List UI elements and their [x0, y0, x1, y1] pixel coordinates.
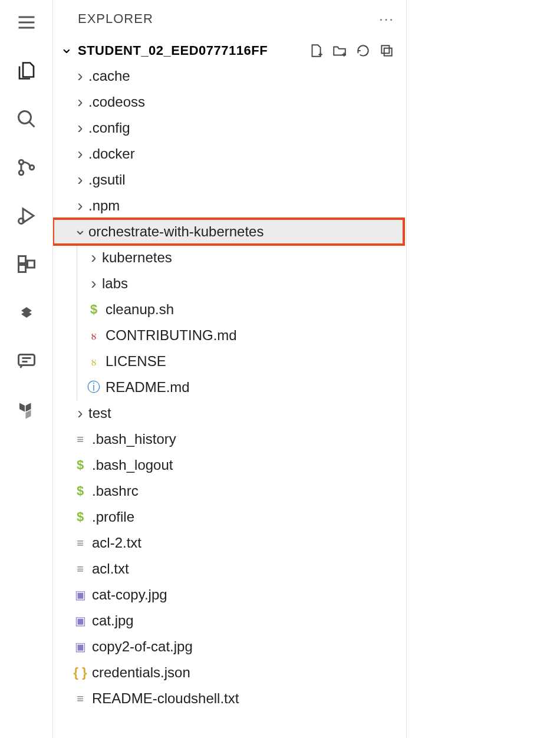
svg-point-3 [18, 111, 31, 124]
image-icon: ▣ [72, 588, 88, 602]
svg-rect-24 [384, 48, 392, 55]
item-label: README-cloudshell.txt [92, 690, 239, 707]
key-red-icon: ᴕ [85, 328, 102, 343]
chevron-right-icon [72, 170, 88, 189]
info-icon: ⓘ [85, 378, 102, 396]
chevron-down-icon [60, 41, 73, 60]
chevron-right-icon [72, 67, 88, 85]
svg-marker-16 [19, 403, 25, 412]
file-item[interactable]: ᴕLICENSE [77, 348, 406, 374]
refresh-icon[interactable] [355, 43, 371, 58]
svg-rect-12 [27, 261, 34, 268]
lines-icon: ≡ [72, 562, 88, 576]
lines-icon: ≡ [72, 433, 88, 446]
svg-line-4 [29, 122, 34, 127]
file-tree: .cache.codeoss.config.docker.gsutil.npmo… [53, 63, 406, 738]
item-label: acl.txt [92, 561, 129, 577]
terraform-icon[interactable] [15, 397, 38, 421]
folder-item[interactable]: kubernetes [77, 245, 406, 271]
item-label: README.md [106, 379, 190, 396]
workspace-root[interactable]: STUDENT_02_EED0777116FF [53, 38, 406, 63]
dollar-icon: $ [72, 457, 88, 473]
item-label: credentials.json [92, 664, 190, 681]
item-label: .cache [88, 68, 130, 84]
item-label: .bash_logout [92, 457, 173, 473]
chat-icon[interactable] [15, 349, 38, 373]
item-label: .docker [88, 146, 135, 162]
folder-item[interactable]: orchestrate-with-kubernetes [53, 219, 404, 245]
activity-bar [0, 0, 53, 738]
chevron-right-icon [72, 144, 88, 163]
source-control-icon[interactable] [15, 156, 38, 179]
item-label: cat-copy.jpg [92, 587, 167, 603]
image-icon: ▣ [72, 614, 88, 628]
file-item[interactable]: ⓘREADME.md [77, 374, 406, 400]
dollar-icon: $ [72, 509, 88, 525]
folder-item[interactable]: test [53, 400, 406, 426]
item-label: test [88, 405, 111, 421]
chevron-right-icon [72, 196, 88, 215]
run-debug-icon[interactable] [15, 204, 38, 228]
folder-item[interactable]: .docker [53, 141, 406, 167]
svg-point-6 [19, 170, 24, 175]
svg-rect-23 [381, 45, 389, 53]
item-label: acl-2.txt [92, 535, 141, 551]
svg-rect-15 [18, 355, 34, 365]
sidebar-header: EXPLORER ··· [53, 0, 406, 38]
folder-item[interactable]: .gsutil [53, 167, 406, 193]
item-label: labs [102, 275, 128, 292]
more-actions-icon[interactable]: ··· [379, 11, 394, 27]
chevron-right-icon [72, 118, 88, 137]
folder-item[interactable]: .codeoss [53, 89, 406, 115]
item-label: kubernetes [102, 249, 172, 266]
svg-point-5 [19, 160, 24, 164]
file-item[interactable]: { }credentials.json [53, 660, 406, 686]
lines-icon: ≡ [72, 692, 88, 706]
file-item[interactable]: $.bashrc [53, 478, 406, 504]
file-item[interactable]: ▣cat-copy.jpg [53, 582, 406, 608]
brace-icon: { } [72, 665, 88, 680]
file-item[interactable]: ≡README-cloudshell.txt [53, 686, 406, 711]
extensions-icon[interactable] [15, 252, 38, 276]
new-folder-icon[interactable] [332, 43, 347, 58]
file-item[interactable]: ≡acl-2.txt [53, 530, 406, 556]
new-file-icon[interactable] [308, 43, 324, 58]
item-label: .profile [92, 509, 134, 525]
item-label: copy2-of-cat.jpg [92, 638, 193, 655]
item-label: .codeoss [88, 94, 145, 110]
chevron-down-icon [72, 223, 88, 241]
file-item[interactable]: $.profile [53, 504, 406, 530]
file-item[interactable]: $cleanup.sh [77, 296, 406, 322]
folder-item[interactable]: .config [53, 115, 406, 141]
folder-item[interactable]: .cache [53, 63, 406, 89]
svg-point-9 [18, 219, 24, 224]
item-label: .bashrc [92, 483, 139, 499]
chevron-right-icon [72, 404, 88, 423]
chevron-right-icon [85, 274, 102, 293]
folder-item[interactable]: labs [77, 271, 406, 296]
file-item[interactable]: ≡.bash_history [53, 426, 406, 452]
image-icon: ▣ [72, 640, 88, 654]
cloud-icon[interactable] [15, 301, 38, 324]
file-item[interactable]: ▣copy2-of-cat.jpg [53, 634, 406, 660]
dollar-icon: $ [85, 302, 102, 317]
file-item[interactable]: $.bash_logout [53, 452, 406, 478]
files-icon[interactable] [15, 59, 38, 83]
item-label: .npm [88, 197, 120, 214]
collapse-all-icon[interactable] [379, 43, 394, 58]
item-label: cleanup.sh [106, 301, 174, 318]
file-item[interactable]: ᴕCONTRIBUTING.md [77, 322, 406, 348]
dollar-icon: $ [72, 483, 88, 499]
menu-icon[interactable] [15, 11, 38, 34]
item-label: .config [88, 120, 130, 136]
file-item[interactable]: ≡acl.txt [53, 556, 406, 582]
folder-item[interactable]: .npm [53, 193, 406, 219]
file-item[interactable]: ▣cat.jpg [53, 608, 406, 634]
svg-rect-10 [18, 256, 25, 263]
lines-icon: ≡ [72, 536, 88, 550]
chevron-right-icon [72, 93, 88, 111]
explorer-sidebar: EXPLORER ··· STUDENT_02_EED0777116FF .ca… [53, 0, 407, 738]
item-label: .gsutil [88, 172, 126, 188]
search-icon[interactable] [15, 107, 38, 131]
item-label: LICENSE [106, 353, 166, 370]
